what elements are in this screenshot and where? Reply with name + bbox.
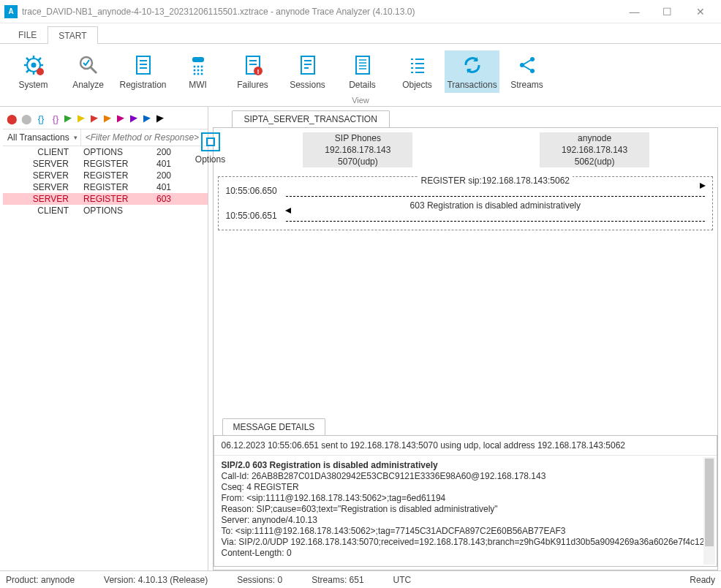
menubar: FILE START [0, 23, 721, 44]
details-icon [351, 53, 374, 77]
braces-blue-icon[interactable]: {} [35, 113, 47, 124]
tab-transaction[interactable]: SIPTA_SERVER_TRANSACTION [232, 110, 390, 127]
ribbon-system[interactable]: System [6, 50, 61, 93]
ribbon-sessions-label: Sessions [290, 80, 325, 90]
ribbon-transactions[interactable]: Transactions [445, 50, 499, 93]
alert-grey-icon[interactable]: ⬤ [20, 113, 32, 124]
endpoint-anynode: anynode 192.168.178.143 5062(udp) [476, 132, 713, 167]
details-body[interactable]: SIP/2.0 603 Registration is disabled adm… [214, 456, 717, 566]
filter-dropdown-label: All Transactions [7, 132, 69, 143]
phone-icon [186, 53, 210, 77]
flag-blue-icon[interactable] [143, 115, 154, 122]
options-label: Options [195, 154, 225, 165]
svg-line-8 [38, 58, 41, 61]
status-product: Product: anynode [6, 575, 75, 585]
status-sessions: Sessions: 0 [237, 575, 282, 585]
share-icon [516, 53, 539, 77]
menu-file[interactable]: FILE [7, 26, 48, 43]
details-line: Cseq: 4 REGISTER [222, 482, 709, 493]
flag-green-icon[interactable] [64, 115, 75, 122]
svg-rect-36 [356, 56, 369, 74]
flag-yellow-icon[interactable] [78, 115, 88, 122]
svg-line-6 [26, 58, 29, 61]
arrow-right-icon: REGISTER sip:192.168.178.143:5062 [286, 186, 705, 197]
svg-line-52 [524, 60, 531, 64]
alert-red-icon[interactable]: ⬤ [6, 113, 18, 124]
ribbon-failures-label: Failures [237, 80, 268, 90]
maximize-button[interactable]: ☐ [651, 1, 684, 23]
sync-icon [461, 53, 484, 77]
svg-point-19 [197, 65, 199, 67]
message-details: 06.12.2023 10:55:06.651 sent to 192.168.… [214, 435, 717, 567]
message-label: REGISTER sip:192.168.178.143:5062 [418, 176, 573, 186]
diagram-container: Options SIP Phones 192.168.178.143 5070(… [213, 127, 718, 570]
filter-dropdown[interactable]: All Transactions▾ [3, 129, 81, 146]
close-button[interactable]: ✕ [684, 1, 717, 23]
window-buttons: — ☐ ✕ [618, 1, 717, 23]
table-row[interactable]: SERVERREGISTER401 [3, 181, 208, 193]
svg-text:!: ! [257, 68, 259, 75]
ribbon-objects[interactable]: Objects [390, 50, 445, 93]
table-row[interactable]: CLIENTOPTIONS [3, 205, 208, 216]
flag-orange-icon[interactable] [104, 115, 114, 122]
ribbon-group-label: View [0, 96, 721, 106]
svg-point-26 [200, 72, 203, 75]
status-version: Version: 4.10.13 (Release) [104, 575, 208, 585]
svg-point-1 [31, 62, 36, 67]
svg-point-22 [197, 69, 199, 71]
diagram-options[interactable]: Options [189, 132, 233, 167]
arrow-left-icon: 603 Registration is disabled administrat… [286, 211, 705, 222]
tab-message-details[interactable]: MESSAGE DETAILS [222, 418, 326, 435]
left-panel: ⬤ ⬤ {} {} All Transactions▾ CLIENTOPTION… [0, 107, 208, 570]
svg-line-53 [524, 66, 531, 70]
menu-start[interactable]: START [48, 26, 97, 44]
flag-magenta-icon[interactable] [117, 115, 127, 122]
table-row[interactable]: SERVERREGISTER603 [3, 193, 208, 205]
details-status-line: SIP/2.0 603 Registration is disabled adm… [222, 460, 709, 471]
table-row[interactable]: SERVERREGISTER401 [3, 158, 208, 170]
chevron-down-icon: ▾ [74, 134, 78, 141]
table-row[interactable]: SERVERREGISTER200 [3, 170, 208, 181]
ribbon-analyze[interactable]: Analyze [61, 50, 116, 93]
braces-purple-icon[interactable]: {} [50, 113, 61, 124]
gear-icon [22, 53, 45, 77]
message-label: 603 Registration is disabled administrat… [407, 200, 584, 211]
ribbon-registration[interactable]: Registration [116, 50, 170, 93]
right-panel: SIPTA_SERVER_TRANSACTION Options SIP Pho… [208, 107, 721, 570]
svg-point-18 [193, 65, 195, 67]
window-title: trace_DAVID-NB1_anynode-4-10-13_20231206… [22, 7, 618, 17]
details-summary: 06.12.2023 10:55:06.651 sent to 192.168.… [214, 436, 717, 456]
transaction-list: CLIENTOPTIONS200 SERVERREGISTER401 SERVE… [3, 146, 208, 570]
flag-red-icon[interactable] [91, 115, 101, 122]
sequence-diagram: Options SIP Phones 192.168.178.143 5070(… [214, 128, 717, 415]
message-row[interactable]: 10:55:06.651 603 Registration is disable… [220, 203, 711, 228]
ribbon-mwi[interactable]: MWI [170, 50, 225, 93]
ribbon-failures[interactable]: ! Failures [225, 50, 280, 93]
list-icon [406, 53, 429, 77]
flag-black-icon[interactable] [156, 115, 167, 122]
details-line: Content-Length: 0 [222, 548, 709, 559]
endpoint-header: anynode 192.168.178.143 5062(udp) [540, 132, 649, 167]
endpoint-sip-phones: SIP Phones 192.168.178.143 5070(udp) [240, 132, 477, 167]
ribbon-analyze-label: Analyze [72, 80, 104, 90]
ribbon-details[interactable]: Details [335, 50, 390, 93]
table-row[interactable]: CLIENTOPTIONS200 [3, 146, 208, 158]
ribbon-streams[interactable]: Streams [499, 50, 554, 93]
svg-point-21 [193, 69, 195, 71]
svg-point-23 [200, 69, 203, 71]
ribbon-details-label: Details [349, 80, 376, 90]
flag-purple-icon[interactable] [130, 115, 140, 122]
main: ⬤ ⬤ {} {} All Transactions▾ CLIENTOPTION… [0, 107, 721, 570]
scrollbar[interactable] [703, 457, 715, 565]
options-icon [201, 132, 220, 151]
titlebar: A trace_DAVID-NB1_anynode-4-10-13_202312… [0, 0, 721, 23]
ribbon-sessions[interactable]: Sessions [280, 50, 335, 93]
details-line: From: <sip:1111@192.168.178.143:5062>;ta… [222, 493, 709, 504]
document-warning-icon: ! [241, 53, 265, 77]
status-timezone: UTC [393, 575, 412, 585]
filter-toolbar: ⬤ ⬤ {} {} [3, 110, 208, 127]
scrollbar-thumb[interactable] [705, 459, 714, 546]
filter-row: All Transactions▾ [3, 129, 208, 146]
ribbon-registration-label: Registration [119, 80, 166, 90]
minimize-button[interactable]: — [618, 1, 651, 23]
